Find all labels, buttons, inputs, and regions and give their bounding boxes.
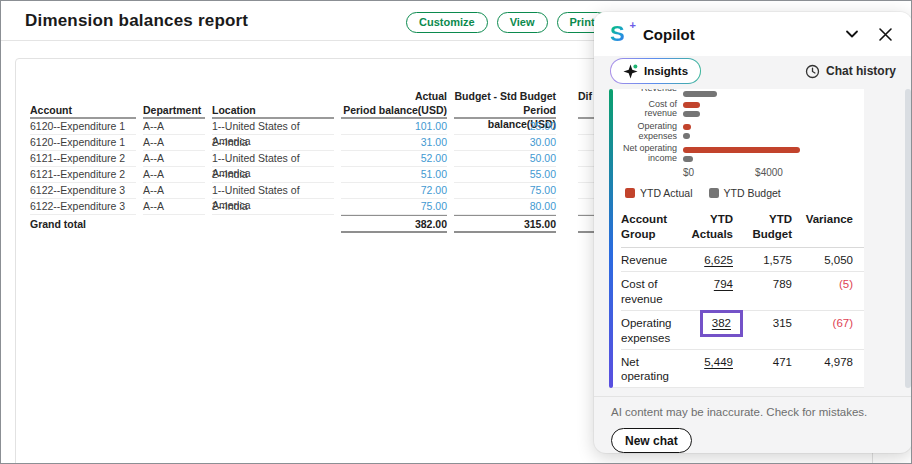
bar-cost-budget [683,111,700,117]
profit-loss-chart: Revenue Cost of revenue [619,89,864,165]
legend-swatch-actual [625,188,635,198]
chart-legend: YTD Actual YTD Budget [625,187,864,199]
column-header-department: Department [143,103,205,119]
new-chat-button[interactable]: New chat [611,428,692,453]
drill-link[interactable]: 382 [712,317,731,329]
copilot-panel: S + Copilot Insights Chat history [594,12,912,453]
budget-value-link[interactable]: 30.00 [530,136,556,148]
table-column-header-row: Account Department Location Period balan… [30,103,665,119]
chart-x-axis: $0 $4000 [683,167,864,179]
app-window: Dimension balances report Customize View… [0,0,912,464]
drill-link[interactable]: 5,449 [704,356,733,368]
sparkle-icon [623,64,638,79]
chart-row-operating-expenses: Operating expenses [619,120,864,142]
chevron-down-icon [843,25,861,43]
x-tick-zero: $0 [683,167,694,178]
column-header-location: Location [212,103,334,119]
budget-value-link[interactable]: 55.00 [530,168,556,180]
bar-cost-actual [683,102,700,108]
chart-row-revenue: Revenue [619,89,864,98]
column-header-account: Account [30,103,136,119]
chart-row-cost-of-revenue: Cost of revenue [619,98,864,120]
copilot-toolbar: Insights Chat history [594,56,912,86]
budget-value-link[interactable]: 50.00 [530,152,556,164]
bar-opex-budget [683,133,690,139]
insights-button[interactable]: Insights [610,58,701,84]
legend-ytd-actual: YTD Actual [625,187,693,199]
bar-net-budget [683,156,693,162]
actual-value-link[interactable]: 101.00 [415,120,447,132]
copilot-summary-table: Account Group YTD Actuals YTD Budget Var… [619,207,864,388]
summary-row-cost-of-revenue: Cost of revenue 794 789 (5) [621,272,864,311]
copilot-footer: AI content may be inaccurate. Check for … [594,396,912,453]
summary-row-revenue: Revenue 6,625 1,575 5,050 [621,248,864,272]
table-row: 6120--Expenditure 1 A--A 2--India 31.00 … [30,135,665,151]
copilot-scrollbar[interactable] [905,89,911,388]
ai-disclaimer: AI content may be inaccurate. Check for … [611,406,896,418]
group-header-actual: Actual [341,90,447,102]
bar-revenue-budget [683,91,717,97]
actual-value-link[interactable]: 75.00 [421,200,447,212]
table-group-header-row: Actual Budget - Std Budget Dif [30,88,665,103]
legend-ytd-budget: YTD Budget [709,187,781,199]
summary-header-row: Account Group YTD Actuals YTD Budget Var… [621,207,864,248]
drill-link[interactable]: 794 [714,278,733,290]
grand-total-actual: 382.00 [341,215,447,233]
budget-value-link[interactable]: 25.00 [530,120,556,132]
legend-swatch-budget [709,188,719,198]
grand-total-budget: 315.00 [454,215,556,233]
copilot-message-area: Revenue Cost of revenue [594,86,912,453]
report-table: Actual Budget - Std Budget Dif Account D… [30,88,665,233]
summary-row-net-operating-income: Net operating income 5,449 471 4,978 [621,350,864,388]
page-title: Dimension balances report [25,11,248,31]
column-header-actual-balance: Period balance(USD) [341,103,447,119]
chat-history-button[interactable]: Chat history [805,64,896,79]
copilot-title: Copilot [643,26,841,43]
grand-total-label: Grand total [30,218,136,230]
drill-link[interactable]: 6,625 [704,254,733,266]
actual-value-link[interactable]: 72.00 [421,184,447,196]
table-row: 6122--Expenditure 3 A--A 1--United State… [30,183,665,199]
actual-value-link[interactable]: 31.00 [421,136,447,148]
summary-row-operating-expenses: Operating expenses 382 315 (67) [621,311,864,350]
column-header-budget-balance: Period balance(USD) [454,103,556,119]
clock-icon [805,64,820,79]
table-row: 6120--Expenditure 1 A--A 1--United State… [30,119,665,135]
bar-net-actual [683,147,800,153]
insight-message-card: Revenue Cost of revenue [613,89,864,388]
customize-button[interactable]: Customize [406,12,488,33]
table-row: 6121--Expenditure 2 A--A 2--India 51.00 … [30,167,665,183]
x-tick-4000: $4000 [755,167,783,178]
grand-total-row: Grand total 382.00 315.00 [30,215,665,233]
copilot-header: S + Copilot [594,12,912,56]
close-panel-button[interactable] [875,24,896,45]
actual-value-link[interactable]: 52.00 [421,152,447,164]
actual-value-link[interactable]: 51.00 [421,168,447,180]
table-row: 6121--Expenditure 2 A--A 1--United State… [30,151,665,167]
close-icon [877,26,894,43]
copilot-logo-icon: S + [610,22,634,46]
minimize-panel-button[interactable] [841,23,863,45]
view-button[interactable]: View [497,12,548,33]
group-header-budget: Budget - Std Budget [454,90,556,102]
bar-opex-actual [683,124,691,130]
chart-row-net-operating-income: Net operating income [619,143,864,165]
budget-value-link[interactable]: 75.00 [530,184,556,196]
table-row: 6122--Expenditure 3 A--A 2--India 75.00 … [30,199,665,215]
budget-value-link[interactable]: 80.00 [530,200,556,212]
